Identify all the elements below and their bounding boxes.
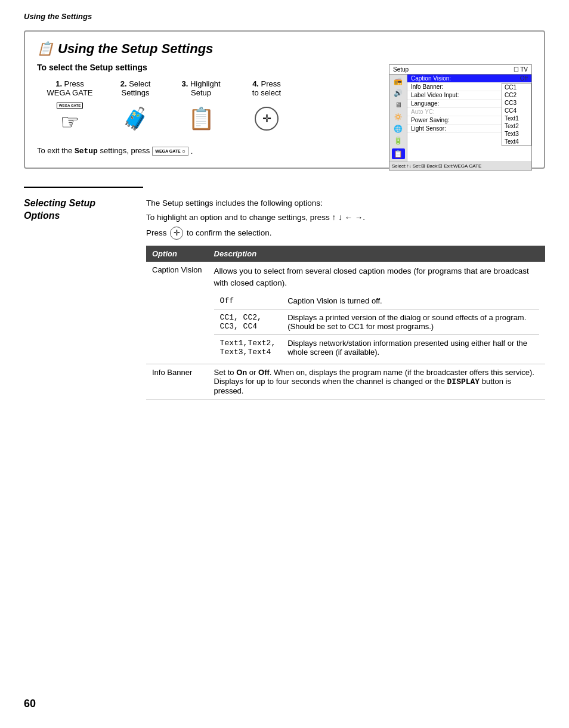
book-icon: 📋 xyxy=(188,106,215,131)
tv-sidebar: 📻 🔊 🖥 🔅 🌐 🔋 📋 xyxy=(389,75,407,162)
sub-desc-cc: Displays a printed version of the dialog… xyxy=(282,309,539,335)
section-title: 📋 Using the Setup Settings xyxy=(37,41,532,57)
page-number: 60 xyxy=(24,698,36,710)
tv-menu-language-label: Language: xyxy=(411,100,439,107)
sub-table-row-cc: CC1, CC2,CC3, CC4 Displays a printed ver… xyxy=(214,309,539,335)
tv-dropdown-text3: Text3 xyxy=(502,130,531,138)
tv-footer-text: Select:↑↓ Set:⊞ Back:⊡ Exit:WEGA GATE xyxy=(392,163,481,169)
col-desc-label: Description xyxy=(214,249,257,258)
table-header-row: Option Description xyxy=(146,246,545,262)
selecting-setup-line2: Options xyxy=(24,210,60,221)
selecting-setup-desc2-text: To highlight an option and to change set… xyxy=(146,213,365,222)
step-1-icon: WEGA GATE ☞ xyxy=(52,101,88,137)
tv-menu-info-label: Info Banner: xyxy=(411,83,443,90)
step-2: 2. SelectSettings 🧳 xyxy=(103,79,168,137)
tv-dropdown-cc3: CC3 xyxy=(502,99,531,107)
selecting-setup-content: The Setup settings includes the followin… xyxy=(146,197,545,399)
tv-dropdown-cc2: CC2 xyxy=(502,91,531,99)
table-cell-option-infobanner: Info Banner xyxy=(146,364,208,399)
main-section: 📋 Using the Setup Settings To select the… xyxy=(24,30,545,169)
table-cell-option-caption: Caption Vision xyxy=(146,262,208,364)
table-row: Caption Vision Allows you to select from… xyxy=(146,262,545,364)
tv-sidebar-icon-5: 🌐 xyxy=(394,125,403,133)
exit-note-period: . xyxy=(191,147,193,156)
selecting-setup-section: Selecting Setup Options The Setup settin… xyxy=(24,197,545,399)
sub-table-row-text: Text1,Text2,Text3,Text4 Displays network… xyxy=(214,335,539,361)
section-title-text: Using the Setup Settings xyxy=(58,41,213,56)
selecting-setup-desc2: To highlight an option and to change set… xyxy=(146,212,545,224)
tv-dropdown-cc4: CC4 xyxy=(502,107,531,114)
to-select-text: To select the Setup settings xyxy=(37,63,147,72)
selecting-setup-heading: Selecting Setup Options xyxy=(24,197,128,222)
tv-menu-labelvideo-label: Label Video Input: xyxy=(411,92,459,98)
step-1: 1. PressWEGA GATE WEGA GATE ☞ xyxy=(37,79,103,137)
tv-menu-caption-value: Off xyxy=(520,75,528,82)
table-row: Info Banner Set to On or Off. When on, d… xyxy=(146,364,545,399)
table-col-description: Description xyxy=(208,246,545,262)
tv-menu-lightsensor-label: Light Sensor: xyxy=(411,125,446,132)
step-1-label: 1. PressWEGA GATE xyxy=(47,79,92,97)
section-divider xyxy=(24,187,143,188)
step-3: 3. HighlightSetup 📋 xyxy=(168,79,234,137)
options-table: Option Description Caption Vision Allows… xyxy=(146,246,545,400)
col-option-label: Option xyxy=(152,249,177,258)
wega-gate-label: WEGA GATE xyxy=(57,103,83,109)
step-2-icon: 🧳 xyxy=(117,101,153,137)
sub-desc-off: Caption Vision is turned off. xyxy=(282,293,539,309)
sub-val-cc: CC1, CC2,CC3, CC4 xyxy=(214,309,282,335)
center-button-icon: ✛ xyxy=(255,107,279,131)
step-4-label: 4. Pressto select xyxy=(252,79,281,97)
tv-sidebar-icon-active: 📋 xyxy=(392,148,405,159)
table-cell-desc-infobanner: Set to On or Off. When on, displays the … xyxy=(208,364,545,399)
sub-table-caption: Off Caption Vision is turned off. CC1, C… xyxy=(214,293,539,360)
selecting-setup-label: Selecting Setup Options xyxy=(24,197,128,399)
tv-header-setup: Setup xyxy=(393,66,409,73)
page-number-text: 60 xyxy=(24,698,36,710)
step-3-icon: 📋 xyxy=(183,101,219,137)
selecting-setup-desc3: Press ✛ to confirm the selection. xyxy=(146,227,545,240)
tv-footer: Select:↑↓ Set:⊞ Back:⊡ Exit:WEGA GATE xyxy=(389,162,531,170)
step-3-label: 3. HighlightSetup xyxy=(181,79,220,97)
tv-menu-powersaving-label: Power Saving: xyxy=(411,117,449,123)
tv-sidebar-icon-2: 🔊 xyxy=(394,89,403,97)
page-header: Using the Settings xyxy=(24,12,545,21)
tv-menu-row-caption: Caption Vision: Off xyxy=(407,75,531,83)
tv-sidebar-icon-3: 🖥 xyxy=(395,101,402,109)
tv-header-tv-label: ☐ TV xyxy=(514,66,528,73)
tv-sidebar-icon-6: 🔋 xyxy=(394,137,403,145)
tv-menu-autoyc-label: Auto YC: xyxy=(411,109,435,115)
table-cell-desc-caption: Allows you to select from several closed… xyxy=(208,262,545,364)
header-title: Using the Settings xyxy=(24,12,92,21)
tv-menu-caption-label: Caption Vision: xyxy=(411,75,451,82)
sub-val-text: Text1,Text2,Text3,Text4 xyxy=(214,335,282,361)
tv-sidebar-icon-1: 📻 xyxy=(394,77,403,85)
tv-dropdown-text4: Text4 xyxy=(502,138,531,145)
exit-note-text: To exit the Setup settings, press xyxy=(37,146,150,156)
sub-val-off: Off xyxy=(214,293,282,309)
wega-gate-button: WEGA GATE ○ xyxy=(152,147,188,156)
tv-screenshot: Setup ☐ TV 📻 🔊 🖥 🔅 🌐 🔋 📋 Caption Vision:… xyxy=(389,64,532,171)
tv-dropdown-cc1: CC1 xyxy=(502,83,531,91)
step-4: 4. Pressto select ✛ xyxy=(234,79,299,137)
tv-screen-header: Setup ☐ TV xyxy=(389,65,531,75)
tv-sidebar-icon-4: 🔅 xyxy=(394,113,403,121)
selecting-setup-line1: Selecting Setup xyxy=(24,198,95,208)
sub-desc-text: Displays network/station information pre… xyxy=(282,335,539,361)
tv-dropdown-text2: Text2 xyxy=(502,122,531,130)
section-title-icon: 📋 xyxy=(37,41,53,57)
tv-screen-body: 📻 🔊 🖥 🔅 🌐 🔋 📋 Caption Vision: Off CC xyxy=(389,75,531,162)
step-4-icon: ✛ xyxy=(249,101,284,137)
hand-pointing-icon: ☞ xyxy=(60,110,79,135)
table-col-option: Option xyxy=(146,246,208,262)
selecting-setup-desc1: The Setup settings includes the followin… xyxy=(146,197,545,209)
tv-dropdown-text1: Text1 xyxy=(502,114,531,122)
tv-menu: Caption Vision: Off CC1 CC2 CC3 CC4 Text… xyxy=(407,75,531,162)
step-2-label: 2. SelectSettings xyxy=(120,79,151,97)
briefcase-icon: 🧳 xyxy=(122,106,149,131)
confirm-button-icon: ✛ xyxy=(170,227,183,240)
sub-table-row-off: Off Caption Vision is turned off. xyxy=(214,293,539,309)
tv-dropdown-list: CC1 CC2 CC3 CC4 Text1 Text2 Text3 Text4 xyxy=(502,83,531,146)
